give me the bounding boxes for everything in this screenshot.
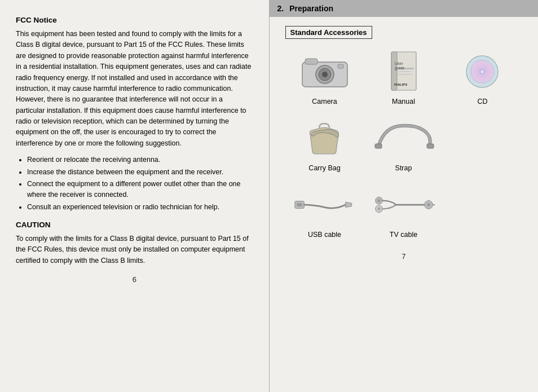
accessory-camera: Camera <box>285 49 364 105</box>
manual-label: Manual <box>392 98 415 105</box>
tv-cable-icon <box>373 188 435 222</box>
svg-rect-5 <box>338 64 343 68</box>
accessory-strap: Strap <box>364 116 443 172</box>
manual-icon: User guide PHILIPS <box>387 51 421 93</box>
left-page: FCC Notice This equipment has been teste… <box>0 0 270 392</box>
svg-rect-1 <box>305 59 317 64</box>
svg-point-23 <box>377 199 381 202</box>
svg-point-17 <box>466 56 498 87</box>
left-page-number: 6 <box>16 275 253 284</box>
carry-bag-label: Carry Bag <box>308 164 340 172</box>
svg-point-4 <box>322 72 328 77</box>
accessory-manual: User guide PHILIPS Manual <box>364 49 443 105</box>
bullet-item: Connect the equipment to a different pow… <box>27 179 253 201</box>
manual-image: User guide PHILIPS <box>387 49 421 94</box>
svg-rect-9 <box>398 71 411 72</box>
svg-rect-21 <box>297 203 302 206</box>
usb-cable-icon <box>294 188 356 222</box>
svg-point-27 <box>427 203 430 206</box>
accessories-row-2: Carry Bag Strap <box>285 116 523 172</box>
accessory-tv-cable: TV cable <box>364 182 443 239</box>
accessory-usb-cable: USB cable <box>285 182 364 239</box>
svg-rect-18 <box>375 144 382 148</box>
accessories-row-3: USB cable <box>285 182 523 239</box>
cd-image <box>464 49 501 94</box>
fcc-body: This equipment has been tested and found… <box>16 29 253 149</box>
svg-text:guide: guide <box>395 66 404 71</box>
svg-text:PHILIPS: PHILIPS <box>394 83 407 86</box>
accessories-grid: Camera User guide PHILIPS <box>285 49 523 243</box>
camera-label: Camera <box>312 98 337 105</box>
section-header: 2. Preparation <box>270 0 539 17</box>
bullet-item: Reorient or relocate the receiving anten… <box>27 155 253 165</box>
tv-cable-image <box>373 182 435 227</box>
strap-image <box>373 116 435 161</box>
carry-bag-image <box>303 116 346 161</box>
right-page-number: 7 <box>285 252 523 261</box>
right-page: 2. Preparation Standard Accessories <box>270 0 539 392</box>
subsection-label: Standard Accessories <box>285 26 372 39</box>
usb-cable-image <box>294 182 356 227</box>
accessory-cd: CD <box>443 49 522 105</box>
svg-text:User: User <box>395 61 403 65</box>
caution-title: CAUTION <box>16 221 253 229</box>
bullet-item: Increase the distance between the equipm… <box>27 167 253 178</box>
strap-icon <box>373 121 435 155</box>
tv-cable-label: TV cable <box>390 231 417 239</box>
cd-label: CD <box>477 98 487 105</box>
carry-bag-icon <box>303 120 346 157</box>
book-spread: FCC Notice This equipment has been teste… <box>0 0 538 392</box>
section-name: Preparation <box>289 4 333 13</box>
bullet-list: Reorient or relocate the receiving anten… <box>27 155 253 213</box>
camera-icon <box>299 52 350 91</box>
svg-rect-10 <box>398 74 412 75</box>
accessory-carry-bag: Carry Bag <box>285 116 364 172</box>
accessories-row-1: Camera User guide PHILIPS <box>285 49 523 105</box>
strap-label: Strap <box>395 164 412 172</box>
usb-cable-label: USB cable <box>308 231 341 239</box>
cd-icon <box>464 54 501 90</box>
bullet-item: Consult an experienced television or rad… <box>27 202 253 213</box>
svg-point-25 <box>377 208 381 211</box>
section-number: 2. <box>277 4 284 13</box>
svg-rect-19 <box>427 144 434 148</box>
fcc-title: FCC Notice <box>16 16 253 24</box>
camera-image <box>299 49 350 94</box>
caution-body: To comply with the limits for a Class B … <box>16 234 253 266</box>
